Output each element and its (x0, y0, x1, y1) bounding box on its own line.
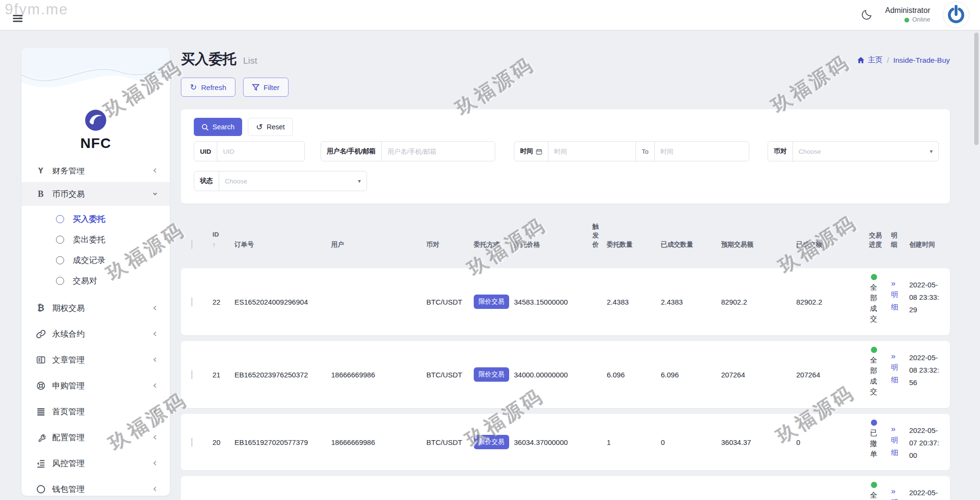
bitcoin-icon: ₿ (35, 303, 46, 313)
select-all-checkbox[interactable] (191, 240, 192, 249)
order-type-badge: 限价交易 (474, 435, 509, 449)
bullet-circle-icon (56, 236, 64, 244)
status-dot (871, 274, 877, 280)
row-checkbox[interactable] (191, 370, 192, 379)
dark-mode-moon-icon[interactable] (860, 9, 873, 21)
detail-link[interactable]: 明细 (891, 361, 899, 386)
finance-icon: Y (35, 168, 46, 176)
detail-link[interactable]: 明细 (891, 434, 899, 459)
sidebar-item-trading-pairs[interactable]: 交易对 (22, 271, 170, 291)
cell-user: 18666669986 (331, 371, 426, 379)
cell-created-at: 2022-05- (909, 476, 950, 500)
cell-created-at: 2022-05-07 20:37:00 (909, 414, 950, 470)
cell-filled-total: 0 (796, 438, 869, 446)
col-filled-total: 已成交额 (796, 240, 869, 249)
uid-input[interactable] (217, 142, 304, 161)
cell-id: 20 (212, 438, 234, 446)
bullet-circle-icon (56, 256, 64, 264)
sidebar-item-finance-clipped[interactable]: Y 财务管理 (22, 168, 170, 182)
sidebar-item-homepage[interactable]: 首页管理 (22, 398, 170, 424)
page-scrollbar[interactable] (974, 33, 979, 145)
filter-button[interactable]: Filter (243, 78, 289, 97)
table-header: ID↑ 订单号 用户 币对 委托方式 委托价格 触发价 委托数量 已成交数量 预… (181, 210, 950, 255)
col-filled-amount: 已成交数量 (661, 240, 721, 249)
app-root: 玖福源码 玖福源码 玖福源码 玖福源码 玖福源码 玖福源码 玖福源码 玖福源码 … (0, 0, 980, 500)
sidebar-item-articles[interactable]: 文章管理 (22, 347, 170, 373)
time-to-input[interactable] (655, 142, 749, 161)
time-from-input[interactable] (548, 142, 635, 161)
sidebar-item-sell-orders[interactable]: 卖出委托 (22, 229, 170, 250)
table-row: 19 18666669986 BTC/USDT 限价交易 全部成交 » 明细 2… (181, 476, 950, 500)
status-filter-label: 状态 (194, 171, 219, 191)
bullet-circle-icon (56, 215, 64, 223)
sidebar-item-options-trade[interactable]: ₿ 期权交易 (22, 295, 170, 321)
status-dot (871, 420, 877, 426)
status-text: 全部成交 (870, 355, 878, 397)
cell-progress: 全部成交 (869, 341, 891, 408)
sidebar-item-wallet[interactable]: 钱包管理 (22, 476, 170, 496)
chevron-left-icon (152, 460, 158, 466)
brand-name: NFC (22, 135, 170, 151)
chevron-down-icon (152, 191, 158, 197)
row-checkbox[interactable] (191, 297, 192, 307)
pair-filter-label: 币对 (768, 142, 793, 161)
cell-created-at: 2022-05-08 23:33:29 (909, 268, 950, 335)
cell-progress: 已撤单 (869, 414, 891, 470)
cell-filled: 2.4383 (661, 298, 721, 306)
indent-icon (35, 459, 46, 468)
sidebar-item-config[interactable]: 配置管理 (22, 424, 170, 450)
row-checkbox[interactable] (191, 438, 192, 447)
bullet-circle-icon (56, 277, 64, 285)
cell-order-no: EB1652023976250372 (234, 371, 331, 379)
status-select[interactable]: Choose ▾ (219, 171, 367, 191)
online-status-dot (904, 18, 909, 23)
search-button[interactable]: Search (194, 118, 242, 136)
cell-expected: 207264 (721, 371, 796, 379)
online-status-label: Online (912, 16, 930, 23)
sidebar-item-trade-records[interactable]: 成交记录 (22, 250, 170, 271)
chevron-left-icon (152, 356, 158, 363)
expand-row-link[interactable]: » (891, 487, 909, 496)
circle-icon (35, 485, 46, 494)
chevron-left-icon (152, 305, 158, 311)
cell-expected: 36034.37 (721, 438, 796, 446)
col-amount: 委托数量 (607, 240, 661, 249)
cell-price: 36034.37000000 (514, 438, 592, 446)
chevron-left-icon (152, 168, 158, 174)
menu-toggle-icon[interactable] (13, 15, 22, 23)
expand-row-link[interactable]: » (891, 424, 909, 434)
page-title: 买入委托 (181, 50, 236, 69)
detail-link[interactable]: 明细 (891, 496, 899, 500)
avatar[interactable] (943, 1, 969, 28)
status-dot (871, 347, 877, 353)
reset-button[interactable]: ↺ Reset (248, 118, 293, 136)
user-menu[interactable]: Administrator Online (885, 6, 930, 23)
cell-progress: 全部成交 (869, 476, 891, 500)
breadcrumb-home[interactable]: 主页 (857, 55, 882, 65)
sidebar-item-perpetual[interactable]: 永续合约 (22, 321, 170, 347)
refresh-button[interactable]: ↻ Refresh (181, 78, 235, 97)
status-text: 全部成交 (870, 490, 878, 500)
cell-amount: 6.096 (607, 371, 661, 379)
pair-select[interactable]: Choose ▾ (793, 142, 938, 161)
brand[interactable]: NFC (22, 109, 170, 151)
sidebar-item-risk-control[interactable]: 风控管理 (22, 450, 170, 476)
time-to-label: To (635, 142, 655, 161)
uid-filter-group: UID (194, 141, 305, 161)
sidebar-group-coin-trade[interactable]: B 币币交易 (22, 182, 170, 206)
detail-link[interactable]: 明细 (891, 288, 899, 313)
sidebar-item-buy-orders[interactable]: 买入委托 (22, 209, 170, 229)
sidebar-item-subscription[interactable]: 申购管理 (22, 373, 170, 398)
expand-row-link[interactable]: » (891, 279, 909, 288)
lifebuoy-icon (35, 381, 46, 390)
table-row: 20 EB1651927020577379 18666669986 BTC/US… (181, 414, 950, 470)
user-filter-input[interactable] (382, 142, 495, 161)
chevron-left-icon (152, 382, 158, 389)
chevron-left-icon (152, 486, 158, 492)
breadcrumb-current[interactable]: Inside-Trade-Buy (893, 56, 950, 65)
col-order-no: 订单号 (234, 240, 331, 249)
coin-trade-icon: B (35, 189, 46, 199)
expand-row-link[interactable]: » (891, 352, 909, 361)
chevron-left-icon (152, 434, 158, 441)
col-id[interactable]: ID↑ (212, 230, 234, 249)
